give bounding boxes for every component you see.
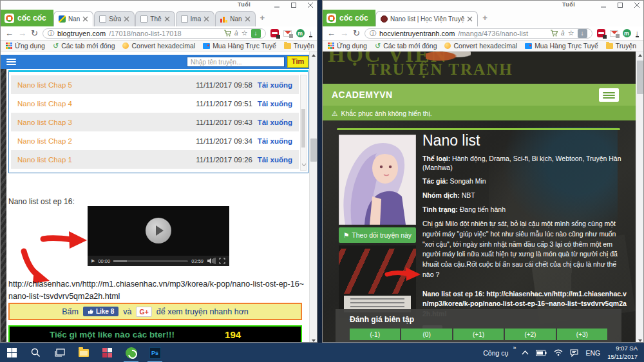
gplus-button[interactable]: G+ [136, 307, 151, 317]
fullscreen-icon[interactable] [219, 258, 225, 264]
coccoc-taskbar-button[interactable] [119, 343, 143, 362]
facebook-like-button[interactable]: Like 8 [83, 307, 118, 316]
bookmark-convert-hex[interactable]: Convert hexadecimal [122, 42, 195, 50]
download-link[interactable]: Tải xuống [252, 156, 292, 164]
file-explorer-button[interactable] [71, 343, 95, 362]
start-button[interactable] [0, 343, 24, 362]
player-play-icon[interactable]: ▶ [91, 258, 95, 263]
tab-sua[interactable]: Sửa [94, 11, 135, 26]
browser-scrollbar[interactable] [309, 52, 317, 343]
bookmark-reopened-tabs[interactable]: ↺Các tab mới đóng [53, 42, 115, 50]
chapter-link[interactable]: Nano list Chap 2 [17, 137, 183, 145]
bookmark-apps[interactable]: Ứng dụng [328, 42, 367, 50]
downloads-icon[interactable]: ↓ [309, 30, 313, 37]
bookmark-truyen-folder[interactable]: Truyện [606, 42, 636, 50]
download-link[interactable]: Tải xuống [252, 119, 292, 126]
photoshop-taskbar-button[interactable]: Ps [143, 343, 167, 362]
action-center-icon[interactable] [570, 349, 578, 357]
tab-close-icon[interactable] [164, 16, 170, 22]
search-button[interactable] [24, 343, 48, 362]
tab-nano-list[interactable]: Nan [53, 11, 93, 26]
search-button[interactable]: Tìm [287, 56, 308, 68]
m-extension-icon[interactable]: m [296, 29, 305, 37]
browser-scrollbar[interactable] [636, 52, 643, 343]
bookmark-shopping[interactable]: Mua Hàng Trực Tuyế [525, 42, 598, 50]
tab-nano-list-hvtt[interactable]: Nano list | Học Viện Truyệ [375, 11, 478, 26]
new-tab-icon[interactable]: + [482, 13, 488, 23]
bookmark-star-icon[interactable]: ☆ [242, 29, 248, 37]
menu-button[interactable] [599, 88, 619, 102]
tools-tray-label[interactable]: Công cụ» [483, 349, 515, 357]
ost-link-text[interactable]: http://chiasenhac.vn/http://m1.chiasenha… [8, 278, 306, 303]
wifi-icon[interactable] [554, 349, 563, 356]
bookmark-apps[interactable]: Ứng dụng [6, 42, 45, 50]
audio-player[interactable]: ▶ 00:00 03:59 [88, 206, 229, 266]
rating-plus2-button[interactable]: (+2) [505, 329, 555, 340]
cart-icon[interactable] [223, 30, 231, 37]
m-extension-icon[interactable]: m [623, 29, 631, 37]
play-button-icon[interactable] [146, 218, 171, 243]
follow-button[interactable]: ⚑ Theo dõi truyện này [339, 227, 416, 243]
tab-ima[interactable]: Ima [176, 11, 215, 26]
minimize-icon[interactable] [273, 1, 281, 8]
forward-icon[interactable]: → [340, 29, 348, 37]
refresh-icon[interactable]: ↻ [31, 29, 38, 37]
tab-close-icon[interactable] [82, 16, 88, 22]
clock[interactable]: 9:07 SA 15/11/2017 [607, 345, 638, 361]
chapter-link[interactable]: Nano list Chap 3 [17, 119, 183, 126]
gmail-icon[interactable] [283, 30, 292, 37]
dictionary-icon[interactable]: à [561, 30, 565, 37]
bookmark-truyen-folder[interactable]: Truyện [284, 42, 314, 50]
dictionary-icon[interactable]: à [234, 30, 238, 37]
adblock-icon[interactable] [597, 29, 605, 37]
minimize-icon[interactable] [600, 1, 607, 8]
download-media-button[interactable]: ↓ [251, 29, 261, 38]
address-bar[interactable]: ⓘ hocvientruyentranh.com /manga/4736/nan… [365, 28, 592, 39]
downloads-icon[interactable]: ↓ [636, 30, 639, 37]
coccoc-logo[interactable]: cốc cốc [1, 10, 53, 26]
alert-bar[interactable]: ⚠ Khắc phục ảnh không hiển thị. [323, 106, 637, 120]
scrollbar-thumb[interactable] [637, 61, 643, 94]
back-icon[interactable]: ← [5, 29, 14, 37]
new-tab-icon[interactable]: + [260, 13, 265, 23]
address-bar[interactable]: ⓘ blogtruyen.com /17018/nano-list-17018 … [43, 28, 266, 39]
bookmark-reopened-tabs[interactable]: ↺Các tab mới đóng [375, 42, 437, 50]
download-media-button[interactable]: ↓ [578, 29, 587, 38]
tab-the[interactable]: Thê [135, 11, 175, 26]
site-info-icon[interactable]: ⓘ [48, 29, 54, 38]
app-tiles-button[interactable] [95, 343, 119, 362]
tab-close-icon[interactable] [467, 16, 473, 22]
download-link[interactable]: Tải xuống [252, 137, 292, 145]
list-scrollbar[interactable] [300, 75, 307, 171]
download-link[interactable]: Tải xuống [252, 100, 292, 108]
back-icon[interactable]: ← [327, 29, 336, 37]
search-input[interactable] [187, 57, 285, 67]
scroll-down-icon[interactable] [312, 339, 316, 342]
tab-close-icon[interactable] [124, 16, 129, 22]
task-view-button[interactable] [48, 343, 71, 362]
close-icon[interactable] [307, 1, 314, 8]
tab-close-icon[interactable] [245, 16, 251, 22]
close-icon[interactable] [633, 1, 641, 8]
adblock-icon[interactable] [270, 29, 279, 37]
gmail-icon[interactable] [610, 30, 618, 37]
menu-icon[interactable] [6, 59, 16, 65]
chapter-link[interactable]: Nano list Chap 1 [17, 156, 183, 164]
site-info-icon[interactable]: ⓘ [370, 29, 376, 38]
scroll-up-icon[interactable] [312, 54, 316, 57]
volume-icon[interactable] [207, 258, 216, 264]
maximize-icon[interactable] [616, 1, 624, 8]
rating-plus1-button[interactable]: (+1) [453, 329, 504, 340]
seek-bar[interactable] [113, 260, 188, 262]
rating-minus1-button[interactable]: (-1) [350, 329, 400, 340]
bookmark-convert-hex[interactable]: Convert hexadecimal [444, 42, 517, 50]
rating-0-button[interactable]: (0) [401, 329, 451, 340]
refresh-icon[interactable]: ↻ [353, 29, 360, 37]
maximize-icon[interactable] [290, 1, 298, 8]
profile-name[interactable]: Tuổi [238, 1, 251, 8]
download-link[interactable]: Tải xuống [252, 81, 292, 89]
scroll-down-icon[interactable] [638, 339, 642, 342]
chapter-link[interactable]: Nano list Chap 4 [17, 100, 183, 108]
bookmark-star-icon[interactable]: ☆ [568, 29, 574, 37]
show-hidden-icons[interactable] [522, 350, 529, 355]
